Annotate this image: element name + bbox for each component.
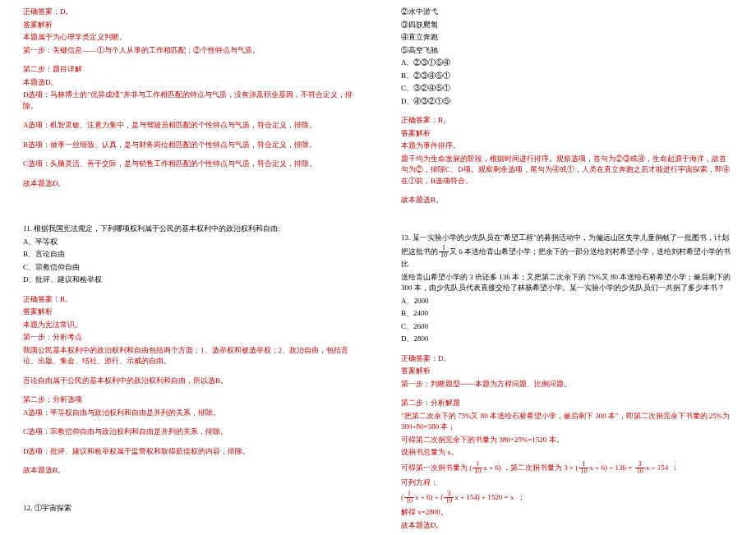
math-text: 可得第一次捐书量为 [401, 463, 468, 471]
answer-final: 故本题选B。 [401, 195, 733, 206]
question-option: C、③②④⑤① [401, 83, 733, 95]
answer-text: 可得第二次捐完余下的书量为 380÷25%=1520 本。 [401, 435, 733, 446]
question-option: A、②③①⑤④ [401, 58, 733, 69]
answer-option-a: A选项：平等权自由与政治权利和自由是并列的关系，排除。 [23, 408, 355, 419]
answer-header: 答案解析 [23, 307, 355, 318]
answer-type: 本题为事件排序。 [401, 141, 733, 152]
question-option: D、2800 [401, 334, 733, 345]
question-option: B、言论自由 [23, 249, 355, 261]
answer-step: 第一步：关键信息——①与个人从事的工作相匹配；②个性特点与气质。 [23, 45, 355, 57]
answer-text: "把第二次余下的 75%又 80 本送给石桥希望小学，最后剩下 300 本"，即… [401, 411, 733, 433]
question-option: B、2400 [401, 308, 733, 320]
math-expression: (110x + 6) + (310x + 154) + 1520 = x ； [401, 491, 733, 505]
answer-correct: 正确答案：B。 [23, 294, 355, 306]
stem-text: 又 6 本送给青山希望小学；把余下的一部分送给刘村希望小学，送给刘村希望小学的书… [401, 247, 731, 268]
answer-text: 设捐书总量为 x。 [401, 447, 733, 459]
answer-final: 故本题选D。 [23, 178, 355, 190]
question-option: D、批评、建议和检举权 [23, 274, 355, 286]
answer-option-c: C选项：头脑灵活、善于交际，是与销售工作相匹配的个性特点与气质，符合定义，排除。 [23, 159, 355, 170]
answer-header: 答案解析 [401, 128, 733, 140]
question-item: ②水中游弋 [401, 7, 733, 18]
stem-text: 把这批书的 [401, 247, 438, 256]
answer-intro: 本题属于为心理学类定义判断。 [23, 32, 355, 44]
answer-step: 第二步：分析解题 [401, 398, 733, 409]
question-option: C、2600 [401, 321, 733, 333]
fraction-1-10: 110 [579, 461, 588, 475]
question-option: B、②③④⑤① [401, 71, 733, 82]
answer-step: 第二步：题目详解 [23, 64, 355, 76]
answer-final: 故本题选B。 [23, 465, 355, 477]
question-stem-line: 把这批书的110又 6 本送给青山希望小学；把余下的一部分送给刘村希望小学，送给… [401, 245, 733, 270]
answer-text: 解得 x=2800。 [401, 507, 733, 519]
answer-header: 答案解析 [23, 20, 355, 31]
left-column: 正确答案：D。 答案解析 本题属于为心理学类定义判断。 第一步：关键信息——①与… [0, 7, 378, 528]
question-item: ④直立奔跑 [401, 32, 733, 44]
answer-intro: 本题为宪法常识。 [23, 320, 355, 331]
question-stem: 13. 某一实验小学的少先队员在"希望工程"的募捐活动中，为偏远山区失学儿童捐献… [401, 233, 733, 244]
question-option: A、2000 [401, 296, 733, 307]
answer-option-d: D选项：批评、建议和检举权属于监督权和取得赔偿权的内容，排除。 [23, 446, 355, 458]
answer-option-d: D选项：马林博士的"优异成绩"并非与工作相匹配的特点与气质，没有涉及职业基因，不… [23, 90, 355, 112]
answer-pick: 本题选D。 [23, 77, 355, 89]
question-option: C、宗教信仰自由 [23, 262, 355, 274]
answer-correct: 正确答案：B。 [401, 115, 733, 127]
answer-option-b: B选项：做事一丝细致、认真，是与财务岗位相匹配的个性特点与气质，符合定义，排除。 [23, 140, 355, 151]
question-item: ⑤高空飞驰 [401, 45, 733, 57]
answer-option-a: A选项：机智灵敏、注意力集中，是与驾驶员相匹配的个性特点与气质，符合定义，排除。 [23, 120, 355, 131]
question-option: A、平等权 [23, 237, 355, 248]
question-item: ③四肢爬匐 [401, 20, 733, 31]
answer-header: 答案解析 [401, 366, 733, 377]
right-column: ②水中游弋 ③四肢爬匐 ④直立奔跑 ⑤高空飞驰 A、②③①⑤④ B、②③④⑤① … [378, 7, 756, 528]
question-stem: 送给青山希望小学的 3 倍还多 136 本；又把第二次余下的 75%又 80 本… [401, 272, 733, 294]
answer-correct: 正确答案：D。 [401, 353, 733, 365]
fraction-1-10: 110 [404, 491, 414, 505]
math-expression: 可得第一次捐书量为 (110x + 6) ，第二次捐书量为 3 × (110x … [401, 461, 733, 475]
fraction-1-10: 110 [439, 245, 449, 259]
answer-text: 题干均为生命发展的阶段，根据时间进行排序。观察选项，首句为②③或④，生命起源于海… [401, 154, 733, 187]
answer-text: 我国公民基本权利中的政治权利和自由包括两个方面：1、选举权和被选举权；2、政治自… [23, 345, 355, 367]
answer-text: 言论自由属于公民的基本权利中的政治权利和自由，所以选B。 [23, 376, 355, 387]
math-text: ； [671, 463, 679, 471]
question-stem: 11. 根据我国宪法规定，下列哪项权利属于公民的基本权利中的政治权利和自由: [23, 224, 355, 235]
answer-text: 可列方程： [401, 477, 733, 489]
answer-correct: 正确答案：D。 [23, 7, 355, 18]
question-stem: 12. ①宇宙探索 [23, 503, 355, 514]
math-tail: ； [518, 493, 525, 501]
answer-step: 第一步：分析考点 [23, 332, 355, 344]
answer-option-c: C选项：宗教信仰自由与政治权利和自由是并列的关系，排除。 [23, 427, 355, 438]
fraction-1-10: 110 [472, 461, 482, 475]
question-option: D、④③②①⑤ [401, 96, 733, 108]
answer-step: 第一步：判断题型------本题为方程问题、比例问题。 [401, 379, 733, 390]
answer-step: 第二步：分析选项 [23, 394, 355, 406]
math-text: ，第二次捐书量为 [503, 463, 562, 471]
fraction-3-10: 310 [635, 461, 645, 475]
answer-final: 故本题选D。 [401, 520, 733, 532]
fraction-3-10: 310 [444, 491, 454, 505]
